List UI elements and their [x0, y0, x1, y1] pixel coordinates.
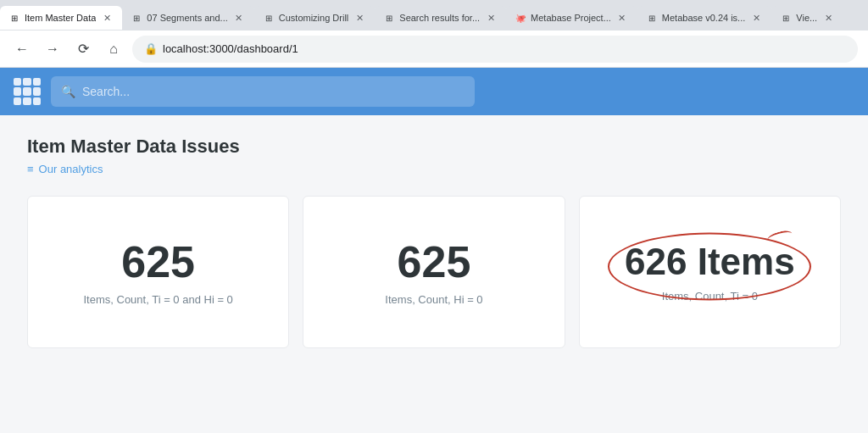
tab-favicon-4: ⊞	[383, 12, 395, 24]
tab-label-1: Item Master Data	[25, 13, 96, 23]
breadcrumb[interactable]: ≡ Our analytics	[27, 163, 841, 175]
search-icon: 🔍	[61, 85, 75, 98]
tab-close-4[interactable]: ✕	[484, 11, 498, 25]
search-placeholder-text: Search...	[82, 85, 130, 98]
page-title: Item Master Data Issues	[27, 136, 841, 158]
card-1: 625 Items, Count, Ti = 0 and Hi = 0	[27, 196, 289, 348]
home-button[interactable]: ⌂	[102, 37, 125, 61]
tab-close-7[interactable]: ✕	[821, 11, 835, 25]
address-bar[interactable]: 🔒 localhost:3000/dashboard/1	[132, 36, 858, 63]
tab-customizing-drill[interactable]: ⊞ Customizing Drill ✕	[254, 6, 376, 30]
url-display: localhost:3000/dashboard/1	[163, 42, 298, 55]
card-3-label: Items, Count, Ti = 0	[662, 290, 758, 303]
page-content: Item Master Data Issues ≡ Our analytics …	[0, 115, 868, 433]
tab-close-5[interactable]: ✕	[615, 11, 629, 25]
tab-metabase-project[interactable]: 🐙 Metabase Project... ✕	[506, 6, 637, 30]
card-1-number: 625	[121, 238, 195, 286]
card-3-number: 626 Items	[625, 241, 795, 282]
app-header: 🔍 Search...	[0, 68, 868, 115]
tab-favicon-1: ⊞	[8, 12, 20, 24]
card-2-number: 625	[398, 238, 471, 286]
tab-label-2: 07 Segments and...	[147, 13, 227, 23]
forward-button[interactable]: →	[41, 37, 64, 61]
tab-favicon-6: ⊞	[646, 12, 658, 24]
card-2-label: Items, Count, Hi = 0	[385, 293, 482, 306]
tab-metabase-version[interactable]: ⊞ Metabase v0.24 is... ✕	[637, 6, 771, 30]
tab-label-5: Metabase Project...	[531, 13, 611, 23]
tab-label-4: Search results for...	[399, 13, 480, 23]
tab-view[interactable]: ⊞ Vie... ✕	[771, 6, 843, 30]
lock-icon: 🔒	[144, 42, 158, 55]
tab-favicon-3: ⊞	[263, 12, 275, 24]
breadcrumb-icon: ≡	[27, 163, 34, 175]
tab-label-3: Customizing Drill	[279, 13, 349, 23]
tab-bar: ⊞ Item Master Data ✕ ⊞ 07 Segments and..…	[0, 0, 868, 31]
tab-favicon-2: ⊞	[131, 12, 142, 24]
tab-close-6[interactable]: ✕	[749, 11, 763, 25]
tab-close-3[interactable]: ✕	[353, 11, 366, 25]
global-search-bar[interactable]: 🔍 Search...	[51, 76, 475, 107]
tab-label-7: Vie...	[796, 13, 817, 23]
cards-grid: 625 Items, Count, Ti = 0 and Hi = 0 625 …	[27, 196, 841, 348]
tab-item-master[interactable]: ⊞ Item Master Data ✕	[0, 6, 122, 30]
reload-button[interactable]: ⟳	[71, 37, 95, 61]
tab-label-6: Metabase v0.24 is...	[662, 13, 745, 23]
back-button[interactable]: ←	[10, 37, 34, 61]
nav-bar: ← → ⟳ ⌂ 🔒 localhost:3000/dashboard/1	[0, 31, 868, 68]
browser-window: ⊞ Item Master Data ✕ ⊞ 07 Segments and..…	[0, 0, 868, 433]
card-2: 625 Items, Count, Hi = 0	[303, 196, 565, 348]
tab-favicon-5: 🐙	[515, 12, 526, 24]
tab-favicon-7: ⊞	[780, 12, 792, 24]
tab-close-1[interactable]: ✕	[100, 11, 114, 25]
app-logo[interactable]	[14, 78, 41, 105]
tab-search-results[interactable]: ⊞ Search results for... ✕	[375, 6, 506, 30]
card-3: 626 Items Items, Count, Ti = 0	[579, 196, 841, 348]
card-1-label: Items, Count, Ti = 0 and Hi = 0	[84, 293, 233, 306]
tab-close-2[interactable]: ✕	[232, 11, 246, 25]
tab-07-segments[interactable]: ⊞ 07 Segments and... ✕	[122, 6, 253, 30]
breadcrumb-label: Our analytics	[39, 163, 103, 175]
